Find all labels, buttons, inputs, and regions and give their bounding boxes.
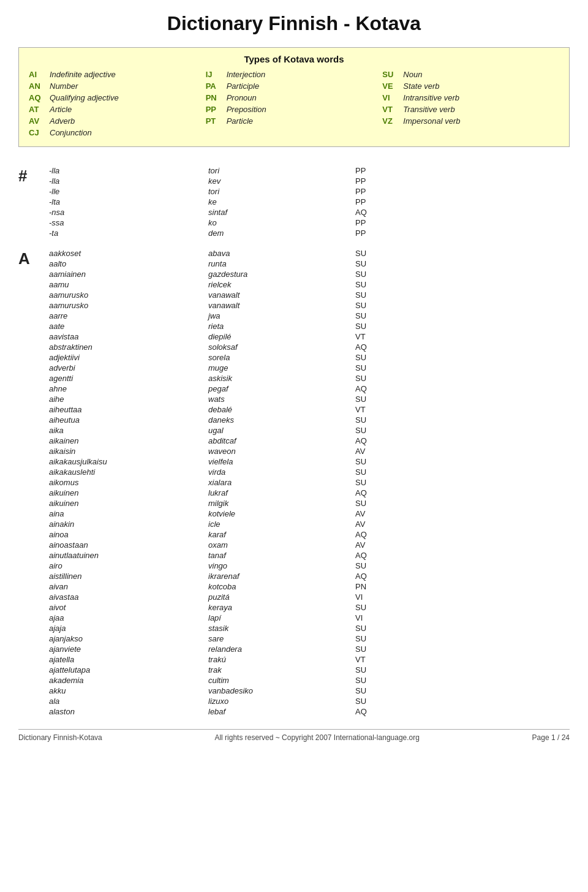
entry-finnish: aamiainen (49, 270, 208, 279)
entry-type: PP (355, 218, 392, 227)
entry-type: SU (355, 280, 392, 289)
entry-kotava: daneks (208, 415, 355, 425)
entry-type: SU (355, 353, 392, 362)
entry-kotava: stasik (208, 624, 355, 633)
entry-row: ainoastaan oxam AV (49, 540, 570, 550)
entry-type: VT (355, 655, 392, 664)
entry-finnish: -lle (49, 187, 208, 196)
page-title: Dictionary Finnish - Kotava (18, 12, 570, 35)
entry-finnish: aalto (49, 259, 208, 268)
entry-row: -lla tori PP (49, 165, 570, 176)
entry-row: ajatella trakú VT (49, 654, 570, 665)
entry-type: VT (355, 405, 392, 414)
entry-type: SU (355, 290, 392, 300)
entry-kotava: lizuxo (208, 697, 355, 706)
type-row: AIIndefinite adjective (29, 69, 206, 80)
entry-kotava: wats (208, 395, 355, 404)
entry-kotava: sintaf (208, 208, 355, 217)
entry-row: aakkoset abava SU (49, 248, 570, 259)
entry-kotava: sare (208, 634, 355, 643)
entry-kotava: puzitá (208, 592, 355, 602)
entry-kotava: milgik (208, 499, 355, 508)
entry-row: aika ugal SU (49, 425, 570, 436)
entry-finnish: alaston (49, 707, 208, 716)
type-code: VZ (382, 116, 399, 126)
entry-finnish: akademia (49, 676, 208, 685)
entry-type: SU (355, 634, 392, 643)
entry-row: aikakausjulkaisu vielfela SU (49, 456, 570, 467)
entry-finnish: ajattelutapa (49, 665, 208, 675)
entry-finnish: ajanviete (49, 644, 208, 654)
entry-row: aavistaa diepilé VT (49, 331, 570, 342)
entry-kotava: vanbadesiko (208, 686, 355, 695)
entry-row: airo vingo SU (49, 561, 570, 571)
entry-type: AV (355, 540, 392, 550)
types-grid: AIIndefinite adjectiveIJInterjectionSUNo… (29, 69, 559, 138)
entry-row: aihe wats SU (49, 394, 570, 404)
entry-kotava: vanawalt (208, 301, 355, 310)
entry-row: -lta ke PP (49, 197, 570, 207)
entry-finnish: adverbi (49, 363, 208, 372)
types-box: Types of Kotava words AIIndefinite adjec… (18, 47, 570, 147)
entry-row: ainoa karaf AQ (49, 529, 570, 540)
entry-row: abstraktinen soloksaf AQ (49, 342, 570, 352)
section-letter: A (18, 248, 49, 268)
entry-kotava: sorela (208, 353, 355, 362)
entry-kotava: ugal (208, 426, 355, 435)
entry-finnish: agentti (49, 374, 208, 383)
entry-row: aikaisin waveon AV (49, 446, 570, 456)
entry-finnish: aistillinen (49, 572, 208, 581)
type-code: AV (29, 116, 46, 126)
entry-row: aikainen abditcaf AQ (49, 436, 570, 446)
entry-row: aiheuttaa debalé VT (49, 404, 570, 415)
entry-finnish: akku (49, 686, 208, 695)
entry-row: aalto runta SU (49, 259, 570, 269)
entry-row: -nsa sintaf AQ (49, 207, 570, 217)
entry-kotava: lebaf (208, 707, 355, 716)
entry-finnish: ajaja (49, 624, 208, 633)
entry-type: SU (355, 467, 392, 477)
section-row: # -lla tori PP -lla kev PP -lle tori PP … (18, 165, 570, 238)
entry-kotava: ikrarenaf (208, 572, 355, 581)
entry-type: SU (355, 686, 392, 695)
entry-type: SU (355, 374, 392, 383)
entry-row: ala lizuxo SU (49, 696, 570, 706)
entry-kotava: relandera (208, 644, 355, 654)
entry-kotava: tori (208, 187, 355, 196)
entry-type: AV (355, 520, 392, 529)
entry-finnish: ajatella (49, 655, 208, 664)
entry-type: SU (355, 603, 392, 612)
entry-type: SU (355, 457, 392, 466)
type-code: VT (382, 105, 399, 114)
type-code: PT (206, 116, 223, 126)
type-label: Noun (403, 70, 422, 79)
entry-type: AQ (355, 208, 392, 217)
type-code: CJ (29, 128, 46, 137)
entry-kotava: kev (208, 176, 355, 186)
entry-row: ajaja stasik SU (49, 623, 570, 633)
entry-type: PP (355, 187, 392, 196)
type-row: VZImpersonal verb (382, 116, 559, 126)
entry-kotava: oxam (208, 540, 355, 550)
entry-row: aistillinen ikrarenaf AQ (49, 571, 570, 581)
type-row: AVAdverb (29, 116, 206, 126)
entry-finnish: ahne (49, 384, 208, 393)
entry-finnish: ajaa (49, 613, 208, 622)
type-label: Pronoun (227, 93, 257, 102)
entry-finnish: aivot (49, 603, 208, 612)
type-row: VIIntransitive verb (382, 93, 559, 103)
type-row: ANNumber (29, 81, 206, 91)
entry-finnish: aiheutua (49, 415, 208, 425)
entry-row: adjektiivi sorela SU (49, 352, 570, 363)
entry-kotava: rieta (208, 322, 355, 331)
entry-row: ajanviete relandera SU (49, 644, 570, 654)
type-code: PA (206, 81, 223, 91)
entry-type: PN (355, 582, 392, 591)
entry-kotava: tanaf (208, 551, 355, 560)
footer-left: Dictionary Finnish-Kotava (18, 733, 102, 742)
entry-kotava: vingo (208, 561, 355, 570)
entry-row: aamu rielcek SU (49, 279, 570, 290)
type-label: Indefinite adjective (50, 70, 116, 79)
entry-kotava: virda (208, 467, 355, 477)
entry-finnish: ainoa (49, 530, 208, 539)
